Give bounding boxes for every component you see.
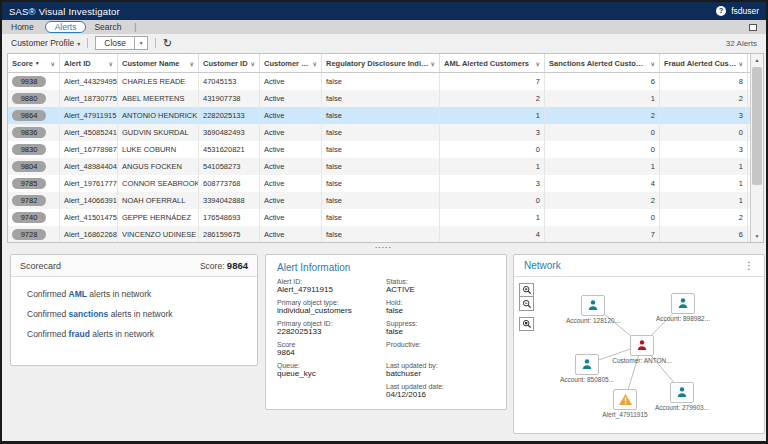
field-label: Queue: [277,362,386,369]
info-field: Score9864 [277,341,386,357]
network-node-account[interactable]: Account: 850805... [575,354,599,375]
field-label: Alert ID: [277,278,386,285]
zoom-fit-icon[interactable] [519,317,534,331]
node-label: Account: 850805... [560,376,614,383]
cell-score: 9804 [8,158,60,175]
cell-score: 9836 [8,124,60,141]
info-field: Status:ACTIVE [386,278,495,294]
cell-regulatory_disclosure: false [322,73,440,90]
cell-fraud: 2 [660,90,748,107]
scorecard-keyword-link[interactable]: AML [69,289,87,299]
info-field: Suppress:false [386,320,495,336]
chevron-down-icon: ▾ [77,41,80,47]
table-row[interactable]: 9864Alert_47911915ANTONIO HENDRICK228202… [8,107,763,124]
cell-fraud: 1 [660,158,748,175]
cell-aml: 3 [440,124,545,141]
tab-home[interactable]: Home [11,22,34,32]
help-icon[interactable]: ? [716,6,726,16]
cell-sanctions: 1 [545,158,660,175]
refresh-icon[interactable]: ↻ [163,38,172,49]
network-node-alert[interactable]: Alert_47911915 [613,389,637,410]
column-header-aml[interactable]: AML Alerted Customers∨ [440,54,545,72]
tab-alerts[interactable]: Alerts [45,21,87,33]
table-row[interactable]: 9782Alert_14066391NOAH OFERRALL339404288… [8,192,763,209]
column-header-sanctions[interactable]: Sanctions Alerted Customers∨ [545,54,660,72]
score-pill: 9782 [12,195,46,206]
cell-aml: 2 [440,90,545,107]
scroll-up-icon[interactable]: ▲ [751,54,763,66]
filter-chevron-icon[interactable]: ∨ [431,60,435,67]
cell-fraud: 3 [660,141,748,158]
cell-sanctions: 0 [545,124,660,141]
table-row[interactable]: 9830Alert_16778987LUKE COBURN4531620821A… [8,141,763,158]
column-header-alert_id[interactable]: Alert ID∨ [60,54,118,72]
cell-customer_status: Active [260,226,322,243]
table-row[interactable]: 9938Alert_44329495CHARLES READE47045153A… [8,73,763,90]
cell-alert_id: Alert_48984404 [60,158,118,175]
window-icon[interactable] [749,24,757,31]
scorecard-item: Confirmed sanctions alerts in network [27,309,241,319]
cell-customer_id: 431907738 [199,90,260,107]
app-title: SAS® Visual Investigator [9,6,120,17]
kebab-menu-icon[interactable]: ⋮ [744,261,754,271]
cell-customer_name: LUKE COBURN [118,141,199,158]
node-label: Alert_47911915 [602,411,647,418]
scroll-down-icon[interactable]: ▼ [751,230,763,242]
column-header-customer_name[interactable]: Customer Name∨ [118,54,199,72]
close-dropdown-icon[interactable]: ▾ [135,36,148,50]
filter-chevron-icon[interactable]: ∨ [739,60,743,67]
table-row[interactable]: 9785Alert_19761777CONNOR SEABROOK6087737… [8,175,763,192]
zoom-out-icon[interactable] [519,297,534,311]
cell-score: 9880 [8,90,60,107]
scrollbar-thumb[interactable] [752,67,762,185]
action-toolbar: Customer Profile▾ Close ▾ ↻ 32 Alerts [2,34,766,52]
table-row[interactable]: 9740Alert_41501475GEPPE HERNÁDEZ17654869… [8,209,763,226]
table-row[interactable]: 9804Alert_48984404ANGUS FOCKEN541058273A… [8,158,763,175]
filter-chevron-icon[interactable]: ∨ [313,60,317,67]
score-pill: 9830 [12,144,46,155]
column-header-fraud[interactable]: Fraud Alerted Customers∨ [660,54,748,72]
alert-info-right: Status:ACTIVEHold:falseSuppress:falsePro… [386,278,495,399]
zoom-in-icon[interactable] [519,283,534,297]
cell-alert_id: Alert_16862268 [60,226,118,243]
cell-regulatory_disclosure: false [322,192,440,209]
filter-chevron-icon[interactable]: ∨ [190,60,194,67]
column-header-regulatory_disclosure[interactable]: Regulatory Disclosure Indicator∨ [322,54,440,72]
field-label: Hold: [386,299,495,306]
panel-splitter[interactable]: ▪▪▪▪▪ [2,243,766,252]
scorecard-item: Confirmed fraud alerts in network [27,329,241,339]
score-value: 9864 [227,260,248,271]
top-bar: SAS® Visual Investigator ? fsduser [2,2,766,20]
column-header-score[interactable]: Score▼∨ [8,54,60,72]
filter-chevron-icon[interactable]: ∨ [109,60,113,67]
cell-aml: 3 [440,175,545,192]
customer-profile-dropdown[interactable]: Customer Profile▾ [11,38,80,48]
network-canvas[interactable]: Account: 128120...Account: 898982...Cust… [514,277,764,433]
network-node-account[interactable]: Account: 279903... [670,382,694,403]
filter-chevron-icon[interactable]: ∨ [51,60,55,67]
scorecard-keyword-link[interactable]: fraud [69,329,90,339]
table-scrollbar[interactable]: ▲ ▼ [750,54,763,242]
network-node-account[interactable]: Account: 128120... [581,295,605,316]
filter-chevron-icon[interactable]: ∨ [536,60,540,67]
filter-chevron-icon[interactable]: ∨ [651,60,655,67]
table-row[interactable]: 9836Alert_45085241GUDVIN SKURDAL36904824… [8,124,763,141]
username[interactable]: fsduser [731,6,759,16]
score-pill: 9728 [12,229,46,240]
cell-score: 9785 [8,175,60,192]
field-value: 9864 [277,348,386,357]
network-toolbar [519,283,534,331]
network-node-customer[interactable]: Customer: ANTON... [630,335,654,356]
close-button[interactable]: Close [95,36,135,50]
tab-search[interactable]: Search [94,22,121,32]
column-header-customer_status[interactable]: Customer S...∨ [260,54,322,72]
table-row[interactable]: 9880Alert_18730775ABEL MEERTENS431907738… [8,90,763,107]
table-row[interactable]: 9728Alert_16862268VINCENZO UDINESE286159… [8,226,763,243]
field-label: Score [277,341,386,348]
filter-chevron-icon[interactable]: ∨ [251,60,255,67]
splitter-handle-icon: ▪▪▪▪▪ [375,245,392,250]
cell-aml: 7 [440,73,545,90]
network-node-account[interactable]: Account: 898982... [671,293,695,314]
column-header-customer_id[interactable]: Customer ID∨ [199,54,260,72]
scorecard-keyword-link[interactable]: sanctions [69,309,109,319]
